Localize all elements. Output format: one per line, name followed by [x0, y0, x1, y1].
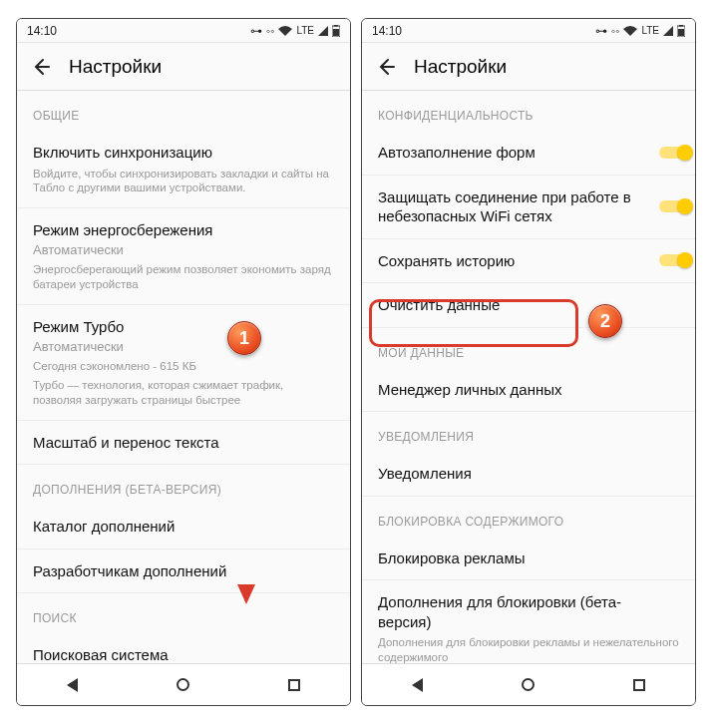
statusbar: 14:10 ⊶ ◦◦ LTE: [17, 19, 350, 43]
item-title: Блокировка рекламы: [378, 548, 679, 568]
item-desc: Войдите, чтобы синхронизировать закладки…: [33, 167, 334, 196]
network-label: LTE: [296, 25, 314, 36]
phone-right: 14:10 ⊶ ◦◦ LTE Настройки КОНФИДЕНЦИАЛЬНО…: [361, 18, 696, 706]
item-sync[interactable]: Включить синхронизацию Войдите, чтобы си…: [17, 131, 350, 208]
nav-home-icon[interactable]: [522, 678, 535, 691]
vpn-icon: ⊶: [250, 24, 262, 38]
item-turbo[interactable]: Режим Турбо Автоматически Сегодня сэконо…: [17, 305, 350, 421]
battery-icon: [332, 25, 340, 37]
signal-icon: [663, 26, 673, 36]
arrow-left-icon: [31, 57, 51, 77]
page-title: Настройки: [69, 56, 162, 78]
item-title: Очистить данные: [378, 295, 679, 315]
android-navbar: [362, 663, 695, 705]
item-desc: Энергосберегающий режим позволяет эконом…: [33, 262, 334, 292]
item-adblock[interactable]: Блокировка рекламы: [362, 537, 695, 581]
wifi-icon: ◦◦: [266, 24, 275, 38]
item-title: Режим Турбо: [33, 317, 334, 337]
signal-icon: [318, 26, 328, 36]
item-history[interactable]: Сохранять историю: [362, 239, 695, 284]
item-block-addons[interactable]: Дополнения для блокировки (бета-версия) …: [362, 580, 695, 663]
item-title: Защищать соединение при работе в небезоп…: [378, 187, 679, 226]
nav-back-icon[interactable]: [412, 678, 423, 692]
toggle-protect[interactable]: [659, 197, 695, 215]
item-title: Дополнения для блокировки (бета-версия): [378, 592, 679, 631]
item-desc: Турбо — технология, которая сжимает траф…: [33, 378, 334, 408]
item-desc: Сегодня сэкономлено - 615 КБ: [33, 359, 334, 374]
android-navbar: [17, 663, 350, 705]
statusbar: 14:10 ⊶ ◦◦ LTE: [362, 19, 695, 43]
section-search: ПОИСК: [17, 593, 350, 633]
item-zoom[interactable]: Масштаб и перенос текста: [17, 421, 350, 466]
item-sub: Автоматически: [33, 242, 334, 258]
section-privacy: КОНФИДЕНЦИАЛЬНОСТЬ: [362, 91, 695, 131]
item-notifications[interactable]: Уведомления: [362, 452, 695, 497]
nav-recent-icon[interactable]: [288, 679, 300, 691]
item-title: Масштаб и перенос текста: [33, 433, 334, 453]
item-devs[interactable]: Разработчикам дополнений: [17, 549, 350, 594]
item-title: Сохранять историю: [378, 251, 679, 271]
statusbar-indicators: ⊶ ◦◦ LTE: [595, 24, 685, 38]
nav-home-icon[interactable]: [177, 678, 189, 691]
nav-back-icon[interactable]: [67, 678, 78, 692]
arrow-left-icon: [376, 57, 396, 77]
svg-rect-4: [679, 25, 683, 27]
nav-recent-icon[interactable]: [633, 679, 645, 691]
item-clear-data[interactable]: Очистить данные: [362, 283, 695, 328]
svg-rect-2: [333, 29, 339, 36]
toggle-autofill[interactable]: [659, 144, 695, 162]
section-addons: ДОПОЛНЕНИЯ (БЕТА-ВЕРСИЯ): [17, 465, 350, 505]
section-notifications: УВЕДОМЛЕНИЯ: [362, 412, 695, 452]
phone-left: 14:10 ⊶ ◦◦ LTE Настройки ОБЩИЕ Включить …: [16, 18, 351, 706]
statusbar-time: 14:10: [372, 24, 402, 38]
item-title: Включить синхронизацию: [33, 143, 334, 163]
item-autofill[interactable]: Автозаполнение форм: [362, 131, 695, 176]
item-search-engine[interactable]: Поисковая система Яндекс: [17, 633, 350, 663]
section-general: ОБЩИЕ: [17, 91, 350, 131]
item-title: Автозаполнение форм: [378, 143, 679, 163]
item-title: Менеджер личных данных: [378, 380, 679, 400]
annotation-badge-2: 2: [588, 304, 622, 338]
app-header: Настройки: [17, 43, 350, 91]
annotation-badge-1: 1: [227, 321, 261, 355]
item-personal-manager[interactable]: Менеджер личных данных: [362, 368, 695, 413]
vpn-icon: ⊶: [595, 24, 607, 38]
section-blocking: БЛОКИРОВКА СОДЕРЖИМОГО: [362, 497, 695, 537]
item-title: Режим энергосбережения: [33, 220, 334, 240]
settings-list-left[interactable]: ОБЩИЕ Включить синхронизацию Войдите, чт…: [17, 91, 350, 663]
wifi-icon: ◦◦: [611, 24, 620, 38]
toggle-history[interactable]: [659, 251, 695, 269]
item-desc: Дополнения для блокировки рекламы и неже…: [378, 635, 679, 663]
section-mydata: МОИ ДАННЫЕ: [362, 328, 695, 368]
item-title: Разработчикам дополнений: [33, 561, 334, 581]
item-title: Каталог дополнений: [33, 517, 334, 537]
svg-rect-5: [678, 29, 684, 36]
battery-icon: [677, 25, 685, 37]
wifi-signal-icon: [623, 26, 637, 36]
page-title: Настройки: [414, 56, 507, 78]
back-button[interactable]: [374, 55, 398, 79]
item-sub: Автоматически: [33, 339, 334, 355]
item-protect-wifi[interactable]: Защищать соединение при работе в небезоп…: [362, 176, 695, 239]
statusbar-time: 14:10: [27, 24, 57, 38]
item-title: Уведомления: [378, 464, 679, 484]
item-title: Поисковая система: [33, 645, 334, 663]
back-button[interactable]: [29, 55, 53, 79]
svg-rect-1: [334, 25, 338, 27]
statusbar-indicators: ⊶ ◦◦ LTE: [250, 24, 340, 38]
network-label: LTE: [641, 25, 659, 36]
item-powersave[interactable]: Режим энергосбережения Автоматически Эне…: [17, 208, 350, 305]
wifi-signal-icon: [278, 26, 292, 36]
app-header: Настройки: [362, 43, 695, 91]
settings-list-right[interactable]: КОНФИДЕНЦИАЛЬНОСТЬ Автозаполнение форм З…: [362, 91, 695, 663]
item-catalog[interactable]: Каталог дополнений: [17, 505, 350, 549]
